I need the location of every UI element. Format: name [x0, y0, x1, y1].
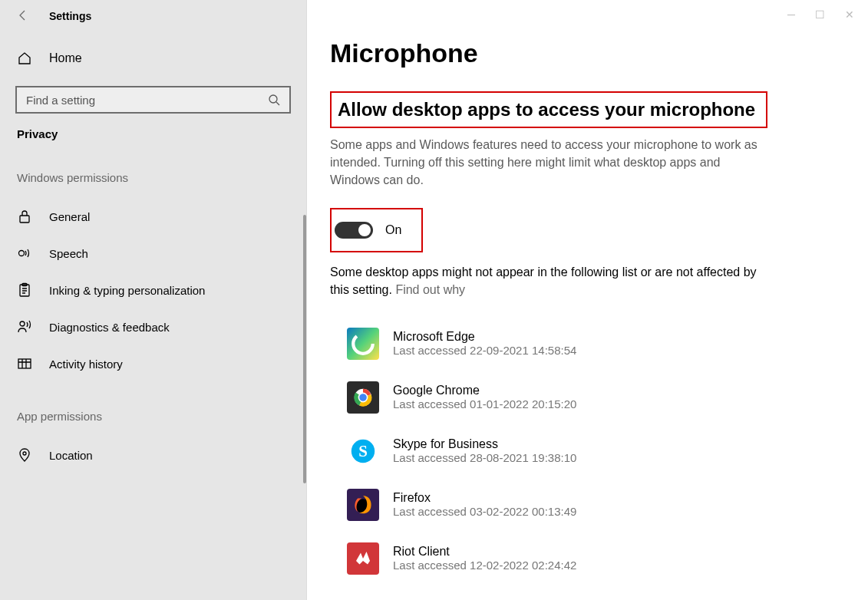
- sidebar-item-general[interactable]: General: [0, 198, 306, 235]
- sidebar-item-diagnostics[interactable]: Diagnostics & feedback: [0, 308, 306, 345]
- sidebar-item-label: Activity history: [49, 358, 123, 371]
- chrome-icon: [347, 381, 379, 414]
- svg-point-0: [269, 95, 277, 103]
- sidebar-item-label: Location: [49, 449, 93, 462]
- maximize-button[interactable]: ☐: [815, 9, 825, 20]
- search-input[interactable]: [26, 94, 268, 107]
- note-text: Some desktop apps might not appear in th…: [330, 263, 760, 298]
- sidebar-home[interactable]: Home: [0, 34, 306, 86]
- svg-point-2: [19, 251, 25, 256]
- lock-icon: [17, 209, 32, 224]
- app-subtext: Last accessed 28-08-2021 19:38:10: [393, 451, 576, 464]
- search-icon: [268, 94, 280, 106]
- clipboard-icon: [17, 282, 32, 298]
- desktop-apps-list: Microsoft Edge Last accessed 22-09-2021 …: [330, 317, 845, 585]
- home-icon: [17, 51, 32, 66]
- window-title: Settings: [49, 10, 91, 22]
- app-row-riot: Riot Client Last accessed 12-02-2022 02:…: [347, 532, 845, 585]
- note-body: Some desktop apps might not appear in th…: [330, 265, 757, 296]
- riot-icon: [347, 542, 379, 575]
- firefox-icon: [347, 489, 379, 521]
- minimize-button[interactable]: ─: [787, 9, 795, 20]
- location-icon: [17, 447, 32, 463]
- app-name: Riot Client: [393, 545, 576, 559]
- app-subtext: Last accessed 12-02-2022 02:24:42: [393, 559, 576, 572]
- svg-rect-6: [18, 359, 31, 368]
- app-row-chrome: Google Chrome Last accessed 01-01-2022 2…: [347, 371, 845, 424]
- app-name: Firefox: [393, 491, 576, 505]
- svg-text:S: S: [358, 442, 368, 460]
- sidebar-home-label: Home: [49, 51, 82, 65]
- titlebar: Settings: [0, 9, 306, 34]
- app-row-firefox: Firefox Last accessed 03-02-2022 00:13:4…: [347, 478, 845, 532]
- allow-desktop-apps-toggle[interactable]: [335, 222, 373, 239]
- app-name: Google Chrome: [393, 384, 576, 397]
- toggle-knob: [358, 224, 371, 236]
- highlight-heading: Allow desktop apps to access your microp…: [330, 91, 767, 128]
- app-name: Microsoft Edge: [393, 330, 576, 344]
- page-title: Microphone: [330, 38, 845, 68]
- sidebar-item-label: Speech: [49, 247, 88, 260]
- current-category: Privacy: [0, 127, 306, 171]
- sidebar-item-speech[interactable]: Speech: [0, 235, 306, 272]
- section-heading: Allow desktop apps to access your microp…: [336, 94, 761, 125]
- feedback-icon: [17, 319, 32, 335]
- sidebar-item-label: General: [49, 210, 90, 223]
- group-heading-app-permissions: App permissions: [0, 410, 306, 437]
- sidebar-scrollbar[interactable]: [303, 215, 306, 483]
- app-subtext: Last accessed 22-09-2021 14:58:54: [393, 344, 576, 357]
- app-row-skype: S Skype for Business Last accessed 28-08…: [347, 424, 845, 478]
- app-subtext: Last accessed 01-01-2022 20:15:20: [393, 397, 576, 410]
- back-icon[interactable]: [17, 9, 31, 23]
- search-input-container[interactable]: [15, 86, 291, 114]
- app-name: Skype for Business: [393, 437, 576, 451]
- svg-point-5: [20, 321, 25, 326]
- find-out-why-link[interactable]: Find out why: [395, 283, 465, 296]
- skype-icon: S: [347, 435, 379, 467]
- speech-icon: [17, 246, 32, 261]
- svg-rect-1: [20, 216, 29, 223]
- svg-point-8: [353, 334, 373, 354]
- group-heading-windows-permissions: Windows permissions: [0, 171, 306, 198]
- close-button[interactable]: ✕: [845, 9, 854, 20]
- window-controls: ─ ☐ ✕: [777, 3, 865, 26]
- svg-point-7: [23, 452, 26, 455]
- sidebar-item-label: Diagnostics & feedback: [49, 321, 170, 334]
- sidebar-item-location[interactable]: Location: [0, 437, 306, 473]
- sidebar: Settings Home Privacy Windows permission…: [0, 0, 307, 600]
- section-description: Some apps and Windows features need to a…: [330, 136, 760, 190]
- app-subtext: Last accessed 03-02-2022 00:13:49: [393, 505, 576, 518]
- app-row-edge: Microsoft Edge Last accessed 22-09-2021 …: [347, 317, 845, 371]
- sidebar-item-activity[interactable]: Activity history: [0, 345, 306, 382]
- edge-icon: [347, 328, 379, 360]
- highlight-toggle: On: [330, 208, 423, 252]
- toggle-state-label: On: [385, 223, 401, 237]
- sidebar-item-label: Inking & typing personalization: [49, 284, 205, 297]
- sidebar-item-inking[interactable]: Inking & typing personalization: [0, 272, 306, 308]
- main-content: ─ ☐ ✕ Microphone Allow desktop apps to a…: [307, 0, 868, 600]
- activity-icon: [17, 356, 32, 371]
